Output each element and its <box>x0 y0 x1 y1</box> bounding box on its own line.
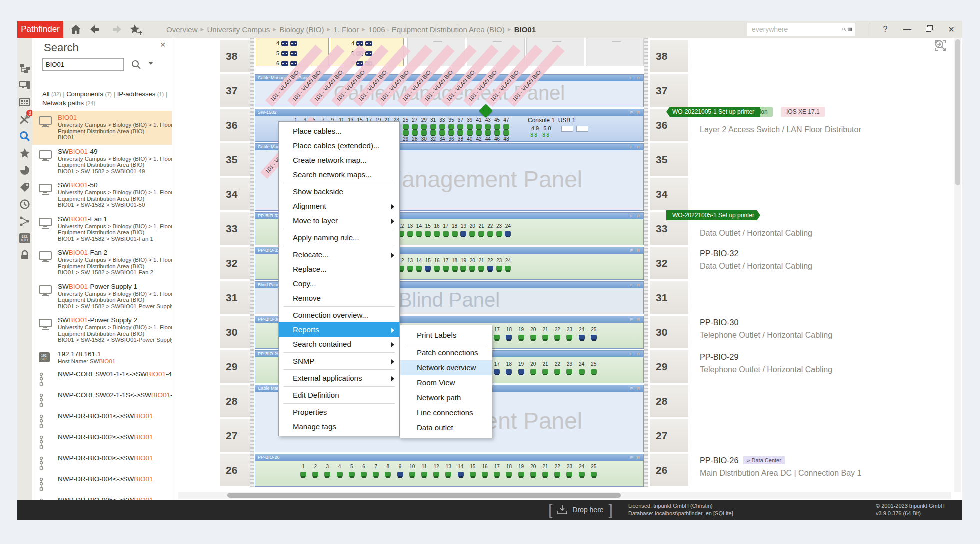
port-icon[interactable] <box>412 130 418 135</box>
search-result-item[interactable]: NWP-CORESW02-1-1S<->SWBIO01-50 <box>32 388 172 409</box>
port-icon[interactable] <box>385 472 391 477</box>
work-order-tag[interactable]: WO-20221005-1 Set up printer <box>666 210 760 220</box>
port-icon[interactable] <box>467 130 473 135</box>
port-icon[interactable] <box>467 124 473 129</box>
port-icon[interactable] <box>505 231 511 236</box>
port-icon[interactable] <box>542 472 548 477</box>
add-favorite-button[interactable] <box>128 23 144 36</box>
port-icon[interactable] <box>579 369 585 374</box>
global-search-box[interactable] <box>748 23 855 36</box>
port-icon[interactable] <box>566 369 572 374</box>
menu-item-connection-overview[interactable]: Connection overview... <box>279 308 400 322</box>
port-icon[interactable] <box>554 369 560 374</box>
submenu-item-patch-connections[interactable]: Patch connections <box>400 345 492 360</box>
port-icon[interactable] <box>506 335 512 340</box>
sidebar-ip-address-icon[interactable]: 192.0.0.1 <box>18 230 32 247</box>
port-icon[interactable] <box>410 472 416 477</box>
menu-item-edit-definition[interactable]: Edit Definition <box>279 388 400 402</box>
port-icon[interactable] <box>458 130 464 135</box>
port-icon[interactable] <box>373 472 379 477</box>
port-icon[interactable] <box>408 266 414 271</box>
menu-item-place-cables[interactable]: Place cables... <box>279 124 400 138</box>
menu-item-copy[interactable]: Copy... <box>279 276 400 291</box>
work-order-tag[interactable]: WO-20221005-1 Set up printer <box>666 107 760 117</box>
port-icon[interactable] <box>542 335 548 340</box>
port-icon[interactable] <box>430 130 436 135</box>
port-icon[interactable] <box>403 130 409 135</box>
menu-item-alignment[interactable]: Alignment <box>279 199 400 213</box>
vertical-scrollbar-thumb[interactable] <box>956 39 960 185</box>
port-icon[interactable] <box>416 231 422 236</box>
port-icon[interactable] <box>300 472 306 477</box>
port-icon[interactable] <box>421 130 427 135</box>
submenu-item-network-overview[interactable]: Network overview <box>400 360 492 375</box>
restore-button[interactable] <box>918 25 940 34</box>
port-icon[interactable] <box>476 130 482 135</box>
port-icon[interactable] <box>505 266 511 271</box>
port-icon[interactable] <box>496 266 502 271</box>
port-icon[interactable] <box>504 130 510 135</box>
port-icon[interactable] <box>494 130 500 135</box>
breadcrumb-item[interactable]: Biology (BIO) <box>280 25 324 34</box>
port-icon[interactable] <box>337 472 343 477</box>
port-icon[interactable] <box>506 472 512 477</box>
search-result-item[interactable]: NWP-DR-BIO-004<->SWBIO01 <box>32 472 172 493</box>
port-icon[interactable] <box>494 472 500 477</box>
menu-item-reports[interactable]: Reports <box>279 322 400 337</box>
port-icon[interactable] <box>554 472 560 477</box>
port-icon[interactable] <box>425 266 431 271</box>
menu-item-apply-naming-rule[interactable]: Apply naming rule... <box>279 230 400 245</box>
menu-item-replace[interactable]: Replace... <box>279 262 400 276</box>
back-button[interactable] <box>88 23 104 36</box>
port-icon[interactable] <box>416 266 422 271</box>
search-result-item[interactable]: NWP-DR-BIO-003<->SWBIO01 <box>32 451 172 472</box>
menu-item-manage-tags[interactable]: Manage tags <box>279 419 400 434</box>
menu-item-search-network-maps[interactable]: Search network maps... <box>279 167 400 182</box>
port-icon[interactable] <box>482 472 488 477</box>
sidebar-favorites-icon[interactable] <box>18 145 32 162</box>
port-icon[interactable] <box>496 231 502 236</box>
port-icon[interactable] <box>440 130 446 135</box>
patch-panel-pp-bio-26[interactable]: PP-BIO-26F R1234567891011121314151617181… <box>255 454 644 487</box>
port-icon[interactable] <box>434 266 440 271</box>
port-icon[interactable] <box>554 335 560 340</box>
breadcrumb-item[interactable]: Overview <box>166 25 198 34</box>
port-icon[interactable] <box>530 335 536 340</box>
port-icon[interactable] <box>470 472 476 477</box>
menu-item-show-backside[interactable]: Show backside <box>279 184 400 199</box>
port-icon[interactable] <box>494 369 500 374</box>
port-icon[interactable] <box>425 231 431 236</box>
port-icon[interactable] <box>458 124 464 129</box>
breadcrumb-item[interactable]: 1. Floor <box>334 25 359 34</box>
port-icon[interactable] <box>448 130 454 135</box>
port-icon[interactable] <box>448 124 454 129</box>
port-icon[interactable] <box>452 231 458 236</box>
port-icon[interactable] <box>470 266 476 271</box>
sidebar-tag-icon[interactable] <box>18 179 32 196</box>
port-icon[interactable] <box>470 231 476 236</box>
filter-network-paths[interactable]: Network paths (24) <box>42 99 96 107</box>
port-icon[interactable] <box>458 472 464 477</box>
port-icon[interactable] <box>494 124 500 129</box>
port-icon[interactable] <box>566 472 572 477</box>
forward-button[interactable] <box>108 23 124 36</box>
port-icon[interactable] <box>485 130 491 135</box>
ios-version-tag[interactable]: IOS XE 17.1 <box>782 107 825 117</box>
port-icon[interactable] <box>566 335 572 340</box>
port-icon[interactable] <box>591 369 597 374</box>
horizontal-scrollbar-thumb[interactable] <box>228 493 621 498</box>
vertical-scrollbar[interactable] <box>954 38 962 492</box>
port-icon[interactable] <box>476 124 482 129</box>
port-icon[interactable] <box>324 472 330 477</box>
filter-ip-addresses[interactable]: IP-addresses (1) <box>118 90 164 98</box>
submenu-item-network-path[interactable]: Network path <box>400 390 492 405</box>
menu-item-move-to-layer[interactable]: Move to layer <box>279 213 400 228</box>
port-icon[interactable] <box>530 472 536 477</box>
port-icon[interactable] <box>408 231 414 236</box>
data-center-tag[interactable]: » Data Center <box>744 456 784 464</box>
drop-zone[interactable]: [ Drop here ] <box>548 500 613 520</box>
port-icon[interactable] <box>422 472 428 477</box>
port-icon[interactable] <box>478 266 484 271</box>
port-icon[interactable] <box>591 335 597 340</box>
search-result-item[interactable]: SWBIO01-Power Supply 1University Campus … <box>32 280 172 314</box>
